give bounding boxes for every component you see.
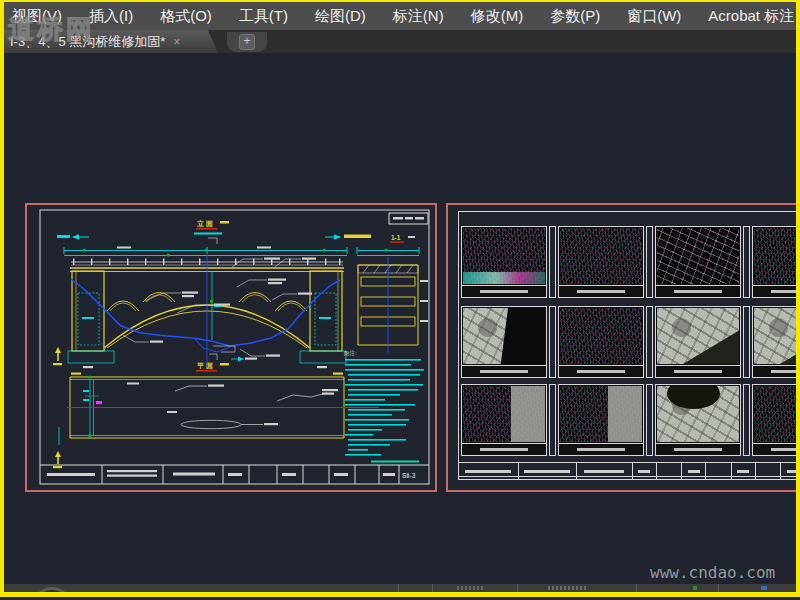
site-url-watermark: www.cndao.com xyxy=(650,563,775,582)
title-block-cell xyxy=(732,463,756,479)
photo-row xyxy=(461,384,796,456)
grid-strip xyxy=(646,306,653,378)
menu-dimension[interactable]: 标注(N) xyxy=(393,7,444,26)
grid-strip xyxy=(743,306,750,378)
site-photo xyxy=(657,308,739,364)
photo-caption xyxy=(753,443,796,455)
status-bar xyxy=(4,584,796,592)
title-block-cell xyxy=(633,463,657,479)
photo-cell xyxy=(558,226,644,298)
svg-text:附注:: 附注: xyxy=(344,350,357,357)
status-segment-snap[interactable] xyxy=(517,584,635,592)
plus-icon: + xyxy=(239,34,255,50)
site-photo xyxy=(754,228,796,284)
menu-format[interactable]: 格式(O) xyxy=(160,7,212,26)
menu-draw[interactable]: 绘图(D) xyxy=(315,7,366,26)
photo-caption xyxy=(559,443,643,455)
title-block-cell xyxy=(657,463,683,479)
sheet-frame xyxy=(40,210,429,484)
section-view xyxy=(358,257,428,353)
photo-caption xyxy=(462,365,546,377)
title-block-cell xyxy=(459,463,519,479)
bridge-drawing-sheet: SⅡ-3 立 面 平 面 1-1 xyxy=(25,203,437,492)
menu-bar: 视图(V) 插入(I) 格式(O) 工具(T) 绘图(D) 标注(N) 修改(M… xyxy=(2,2,798,30)
photo-caption xyxy=(656,365,740,377)
title-block-cell xyxy=(781,463,796,479)
photo-row xyxy=(461,226,796,298)
title-block-cell xyxy=(756,463,782,479)
grid-strip xyxy=(743,226,750,298)
grid-strip xyxy=(646,226,653,298)
site-photo xyxy=(657,228,739,284)
photo-cell xyxy=(752,226,796,298)
photo-sheet xyxy=(446,203,796,492)
menu-window[interactable]: 窗口(W) xyxy=(627,7,681,26)
photo-cell xyxy=(752,384,796,456)
menu-parametric[interactable]: 参数(P) xyxy=(550,7,600,26)
title-block-cell xyxy=(577,463,633,479)
photo-row xyxy=(461,306,796,378)
photo-sheet-frame xyxy=(458,211,796,477)
site-photo xyxy=(463,386,545,442)
sheet-number: SⅡ-3 xyxy=(402,472,416,479)
photo-cell xyxy=(461,306,547,378)
photo-caption xyxy=(462,443,546,455)
svg-text:1-1: 1-1 xyxy=(391,234,401,241)
menu-modify[interactable]: 修改(M) xyxy=(471,7,524,26)
svg-text:立 面: 立 面 xyxy=(196,219,213,228)
grid-strip xyxy=(549,226,556,298)
window-frame-right xyxy=(796,0,800,600)
status-segment-grid[interactable] xyxy=(432,584,516,592)
tab-close-icon[interactable]: × xyxy=(173,35,188,49)
photo-caption xyxy=(753,285,796,297)
site-photo xyxy=(560,386,642,442)
window-frame-top xyxy=(0,0,800,2)
photo-cell xyxy=(558,384,644,456)
leader-labels xyxy=(83,258,327,369)
svg-text:平 面: 平 面 xyxy=(196,362,213,370)
photo-cell xyxy=(558,306,644,378)
application-window: 视图(V) 插入(I) 格式(O) 工具(T) 绘图(D) 标注(N) 修改(M… xyxy=(0,0,800,600)
title-block-cell xyxy=(706,463,732,479)
site-photo xyxy=(463,308,545,364)
dimension-lines xyxy=(64,247,419,257)
site-photo xyxy=(560,308,642,364)
site-photo xyxy=(754,386,796,442)
notes-column: 附注: xyxy=(344,350,424,456)
photo-caption xyxy=(656,443,740,455)
drawing-canvas[interactable]: SⅡ-3 立 面 平 面 1-1 xyxy=(4,53,796,592)
menu-insert[interactable]: 插入(I) xyxy=(89,7,133,26)
new-tab-button[interactable]: + xyxy=(227,32,267,52)
site-photo xyxy=(560,228,642,284)
title-block-cell xyxy=(682,463,706,479)
menu-acrobat[interactable]: Acrobat 标注 xyxy=(708,7,794,26)
direction-arrows xyxy=(57,234,371,240)
status-segment[interactable] xyxy=(398,584,431,592)
site-photo xyxy=(657,386,739,442)
elevation-view xyxy=(53,238,346,468)
photo-caption xyxy=(559,365,643,377)
site-photo xyxy=(463,228,545,284)
photo-cell xyxy=(461,226,547,298)
grid-strip xyxy=(743,384,750,456)
photo-cell xyxy=(655,384,741,456)
status-segment-osnap[interactable] xyxy=(636,584,717,592)
site-photo xyxy=(754,308,796,364)
photo-caption xyxy=(462,285,546,297)
drawing-tab-bar: I-3、4、5 黑沟桥维修加固* × + xyxy=(2,30,798,54)
status-segment-ortho[interactable] xyxy=(718,584,796,592)
site-logo-watermark: 道桥网 xyxy=(8,12,95,47)
note-above-titleblock xyxy=(371,461,419,463)
photo-cell xyxy=(655,306,741,378)
plan-view xyxy=(67,373,379,439)
bridge-drawing: SⅡ-3 立 面 平 面 1-1 xyxy=(27,205,435,490)
menu-tools[interactable]: 工具(T) xyxy=(239,7,288,26)
photo-sheet-title-block xyxy=(458,462,796,480)
window-frame-left xyxy=(0,0,4,600)
photo-cell xyxy=(752,306,796,378)
grid-strip xyxy=(549,306,556,378)
photo-caption xyxy=(559,285,643,297)
photo-caption xyxy=(656,285,740,297)
grid-strip xyxy=(646,384,653,456)
title-block-cell xyxy=(519,463,577,479)
